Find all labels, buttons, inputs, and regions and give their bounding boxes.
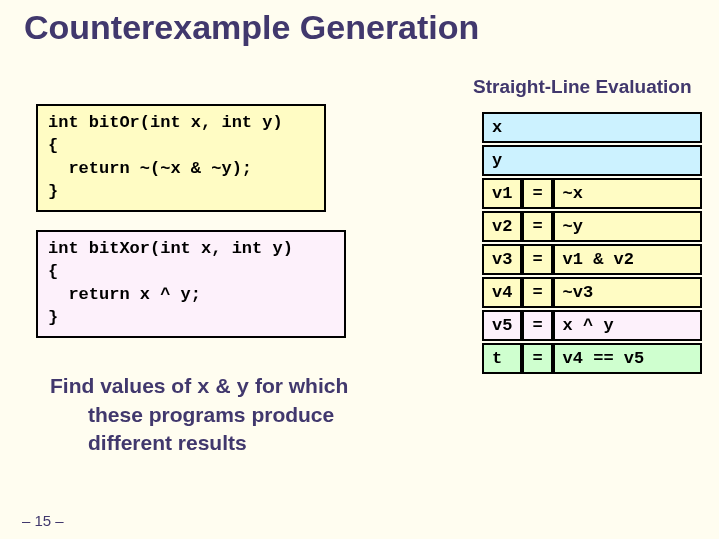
caption-line2: these programs produce bbox=[50, 401, 380, 428]
cell-expr: x ^ y bbox=[553, 310, 702, 341]
cell-var: x bbox=[482, 112, 702, 143]
cell-var: t bbox=[482, 343, 522, 374]
section-subtitle: Straight-Line Evaluation bbox=[473, 76, 692, 98]
cell-eq: = bbox=[522, 244, 552, 275]
cell-eq: = bbox=[522, 343, 552, 374]
cell-eq: = bbox=[522, 211, 552, 242]
code-bitor: int bitOr(int x, int y) { return ~(~x & … bbox=[36, 104, 326, 212]
eval-table: x y v1=~x v2=~y v3=v1 & v2 v4=~v3 v5=x ^… bbox=[482, 110, 702, 376]
slide-title: Counterexample Generation bbox=[24, 8, 479, 47]
cell-var: v2 bbox=[482, 211, 522, 242]
cell-eq: = bbox=[522, 310, 552, 341]
cell-expr: ~x bbox=[553, 178, 702, 209]
code-bitxor: int bitXor(int x, int y) { return x ^ y;… bbox=[36, 230, 346, 338]
cell-expr: v1 & v2 bbox=[553, 244, 702, 275]
cell-var: v1 bbox=[482, 178, 522, 209]
cell-var: v5 bbox=[482, 310, 522, 341]
table-row: v5=x ^ y bbox=[482, 310, 702, 341]
caption-mono-x: x bbox=[197, 376, 210, 399]
table-row: t=v4 == v5 bbox=[482, 343, 702, 374]
caption-line3: different results bbox=[50, 429, 380, 456]
caption-part: & bbox=[210, 374, 237, 397]
table-row: y bbox=[482, 145, 702, 176]
cell-expr: ~y bbox=[553, 211, 702, 242]
table-row: v2=~y bbox=[482, 211, 702, 242]
table-row: x bbox=[482, 112, 702, 143]
table-row: v1=~x bbox=[482, 178, 702, 209]
caption-part: Find values of bbox=[50, 374, 197, 397]
table-row: v4=~v3 bbox=[482, 277, 702, 308]
cell-expr: v4 == v5 bbox=[553, 343, 702, 374]
cell-eq: = bbox=[522, 277, 552, 308]
caption-part: for which bbox=[249, 374, 348, 397]
cell-var: v4 bbox=[482, 277, 522, 308]
cell-expr: ~v3 bbox=[553, 277, 702, 308]
cell-eq: = bbox=[522, 178, 552, 209]
page-number: – 15 – bbox=[22, 512, 64, 529]
caption-mono-y: y bbox=[236, 376, 249, 399]
table-row: v3=v1 & v2 bbox=[482, 244, 702, 275]
cell-var: y bbox=[482, 145, 702, 176]
cell-var: v3 bbox=[482, 244, 522, 275]
caption-text: Find values of x & y for which these pro… bbox=[50, 372, 380, 456]
